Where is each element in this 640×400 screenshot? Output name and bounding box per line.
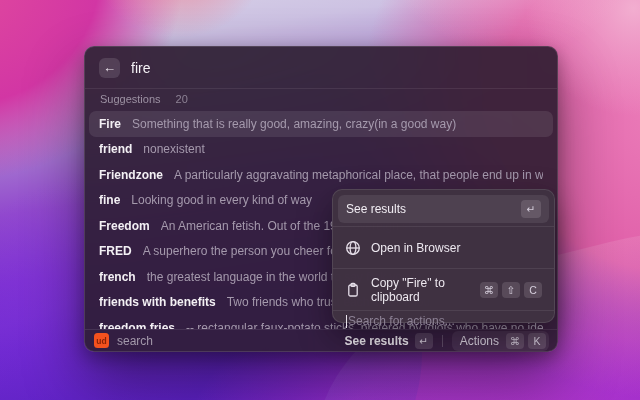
action-item-shortcuts: ⌘⇧C [480, 282, 542, 298]
actions-shortcut-keys: ⌘K [506, 333, 546, 349]
shortcut-key: C [524, 282, 542, 298]
result-term: french [99, 270, 136, 284]
actions-button[interactable]: Actions ⌘K [452, 331, 549, 351]
footer-actions: See results ↵ Actions ⌘K [345, 331, 549, 351]
result-term: Freedom [99, 219, 150, 233]
text-caret [346, 315, 347, 328]
shortcut-key: K [528, 333, 546, 349]
result-term: Friendzone [99, 168, 163, 182]
footer-bar: ud search See results ↵ Actions ⌘K [85, 329, 557, 351]
result-definition: Looking good in every kind of way [131, 193, 312, 207]
shortcut-key: ⌘ [480, 282, 498, 298]
suggestions-count: 20 [176, 93, 188, 105]
action-item-label: Open in Browser [371, 241, 460, 255]
return-key-icon: ↵ [521, 200, 541, 218]
result-term: FRED [99, 244, 132, 258]
divider [333, 268, 554, 269]
see-results-button[interactable]: See results [345, 334, 409, 348]
shortcut-key: ⌘ [506, 333, 524, 349]
search-input[interactable]: fire [131, 60, 150, 76]
back-arrow-icon: ← [103, 61, 116, 74]
action-item-label: Copy "Fire" to clipboard [371, 276, 480, 304]
action-search-placeholder: Search for actions... [348, 314, 455, 328]
see-results-action-label: See results [346, 202, 406, 216]
action-items: Open in Browser Copy "Fire" to clipboard… [338, 230, 549, 307]
divider [333, 310, 554, 311]
action-item[interactable]: Open in Browser [338, 230, 549, 265]
result-term: freedom fries [99, 321, 175, 329]
app-label: search [117, 334, 153, 348]
action-panel: See results ↵ Open in Browser Copy "Fire… [332, 189, 555, 323]
result-row[interactable]: Fire Something that is really good, amaz… [89, 111, 553, 137]
return-key-icon: ↵ [415, 333, 433, 349]
suggestions-header: Suggestions 20 [85, 89, 557, 109]
result-term: fine [99, 193, 120, 207]
suggestions-label: Suggestions [100, 93, 161, 105]
divider [333, 226, 554, 227]
clipboard-icon [345, 282, 361, 298]
result-definition: Something that is really good, amazing, … [132, 117, 456, 131]
launcher-window: ← fire Suggestions 20 Fire Something tha… [84, 46, 558, 352]
footer-divider [442, 335, 443, 347]
result-row[interactable]: Friendzone A particularly aggravating me… [89, 162, 553, 188]
result-definition: nonexistent [143, 142, 204, 156]
result-term: friends with benefits [99, 295, 216, 309]
result-term: Fire [99, 117, 121, 131]
desktop-wallpaper: ← fire Suggestions 20 Fire Something tha… [0, 0, 640, 400]
action-item-icon [345, 282, 361, 298]
result-definition: A particularly aggravating metaphorical … [174, 168, 543, 182]
result-term: friend [99, 142, 132, 156]
action-search-field[interactable]: Search for actions... [338, 314, 549, 328]
see-results-action[interactable]: See results ↵ [338, 195, 549, 223]
search-header: ← fire [85, 47, 557, 89]
urban-dictionary-logo: ud [94, 333, 109, 348]
shortcut-key: ⇧ [502, 282, 520, 298]
result-definition: A superhero the person you cheer for [143, 244, 341, 258]
action-item-icon [345, 240, 361, 256]
globe-icon [345, 240, 361, 256]
action-item[interactable]: Copy "Fire" to clipboard ⌘⇧C [338, 272, 549, 307]
actions-button-label: Actions [460, 334, 499, 348]
result-row[interactable]: friend nonexistent [89, 137, 553, 163]
back-button[interactable]: ← [99, 58, 120, 78]
